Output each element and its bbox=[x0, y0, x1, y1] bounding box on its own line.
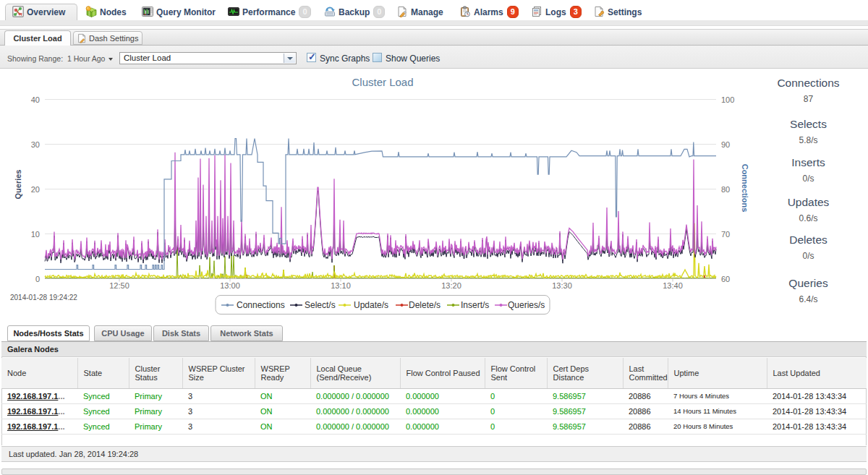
svg-text:12:50: 12:50 bbox=[109, 281, 129, 290]
svg-text:80: 80 bbox=[721, 185, 730, 194]
svg-text:60: 60 bbox=[721, 275, 730, 283]
svg-text:Queries: Queries bbox=[14, 170, 22, 200]
svg-text:Connections: Connections bbox=[237, 300, 285, 310]
svg-text:Cluster Load: Cluster Load bbox=[352, 76, 413, 88]
svg-text:13:20: 13:20 bbox=[441, 281, 461, 290]
svg-text:Select/s: Select/s bbox=[305, 300, 336, 310]
svg-text:2014-01-28 19:24:22: 2014-01-28 19:24:22 bbox=[10, 294, 77, 301]
svg-text:90: 90 bbox=[721, 140, 730, 149]
svg-text:0: 0 bbox=[35, 275, 40, 283]
svg-text:10: 10 bbox=[31, 230, 40, 239]
svg-text:Insert/s: Insert/s bbox=[461, 300, 489, 310]
svg-text:13:10: 13:10 bbox=[331, 281, 351, 290]
svg-text:70: 70 bbox=[721, 230, 730, 239]
svg-text:30: 30 bbox=[31, 140, 40, 149]
svg-text:13:00: 13:00 bbox=[220, 281, 240, 290]
svg-text:20: 20 bbox=[31, 185, 40, 194]
svg-text:Update/s: Update/s bbox=[354, 300, 388, 310]
svg-text:13:30: 13:30 bbox=[552, 281, 572, 290]
svg-text:Connections: Connections bbox=[741, 164, 749, 213]
svg-text:40: 40 bbox=[31, 95, 40, 104]
svg-text:Queries/s: Queries/s bbox=[508, 300, 545, 310]
svg-text:Delete/s: Delete/s bbox=[409, 300, 441, 310]
svg-text:100: 100 bbox=[721, 95, 734, 104]
svg-text:13:40: 13:40 bbox=[663, 281, 683, 290]
